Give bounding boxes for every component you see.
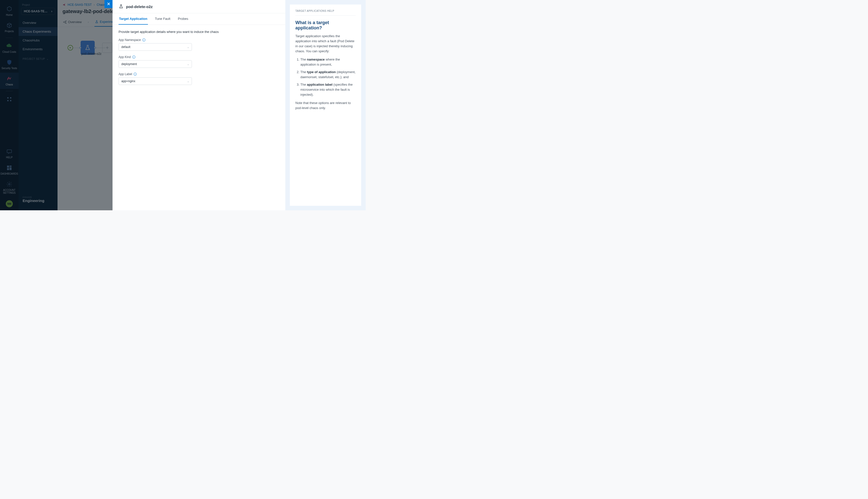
help-card: TARGET APPLICATIONS HELP What is a targe… xyxy=(290,4,361,206)
help-bullet: The application label (specifies the mic… xyxy=(300,82,356,97)
select-value: default xyxy=(121,45,131,49)
chevron-down-icon: ⌄ xyxy=(187,80,189,83)
flask-icon xyxy=(119,4,124,9)
help-intro: Target application specifies the applica… xyxy=(295,34,356,54)
tab-probes[interactable]: Probes xyxy=(177,13,189,25)
help-bullet: The type of application (deployment, dae… xyxy=(300,70,356,80)
close-button[interactable]: ✕ xyxy=(104,0,112,8)
tab-tune-fault[interactable]: Tune Fault xyxy=(154,13,171,25)
close-icon: ✕ xyxy=(107,1,111,7)
field-label-text: App Namespace xyxy=(119,38,141,42)
help-panel: TARGET APPLICATIONS HELP What is a targe… xyxy=(285,0,366,210)
chevron-down-icon: ⌄ xyxy=(187,46,189,48)
info-icon[interactable]: i xyxy=(134,73,137,76)
chevron-down-icon: ⌄ xyxy=(187,63,189,65)
panel-description: Provide target application details where… xyxy=(119,30,279,34)
select-value: app=nginx xyxy=(121,80,135,83)
field-app-kind: App Kind i deployment ⌄ xyxy=(119,55,279,68)
select-value: deployment xyxy=(121,62,137,66)
app-namespace-select[interactable]: default ⌄ xyxy=(119,43,192,51)
help-body: Target application specifies the applica… xyxy=(295,34,356,111)
app-kind-select[interactable]: deployment ⌄ xyxy=(119,60,192,68)
info-icon[interactable]: i xyxy=(142,38,146,41)
help-title: What is a target application? xyxy=(295,20,356,31)
panel-title: pod-delete-o2z xyxy=(126,4,153,9)
panel-tabs: Target Application Tune Fault Probes xyxy=(112,13,285,25)
info-icon[interactable]: i xyxy=(132,56,135,59)
help-bullet: The namespace where the application is p… xyxy=(300,57,356,67)
field-label-text: App Label xyxy=(119,72,132,76)
help-eyebrow: TARGET APPLICATIONS HELP xyxy=(295,10,356,15)
fault-config-modal: ✕ pod-delete-o2z Target Application Tune… xyxy=(112,0,366,210)
app-label-select[interactable]: app=nginx ⌄ xyxy=(119,77,192,85)
tab-target-application[interactable]: Target Application xyxy=(119,13,148,25)
field-label-text: App Kind xyxy=(119,55,131,59)
field-app-label: App Label i app=nginx ⌄ xyxy=(119,72,279,85)
panel-body: Provide target application details where… xyxy=(112,25,285,95)
field-app-namespace: App Namespace i default ⌄ xyxy=(119,38,279,51)
panel-header: pod-delete-o2z xyxy=(112,0,285,13)
config-panel: pod-delete-o2z Target Application Tune F… xyxy=(112,0,285,210)
help-note: Note that these options are relevant to … xyxy=(295,100,356,111)
